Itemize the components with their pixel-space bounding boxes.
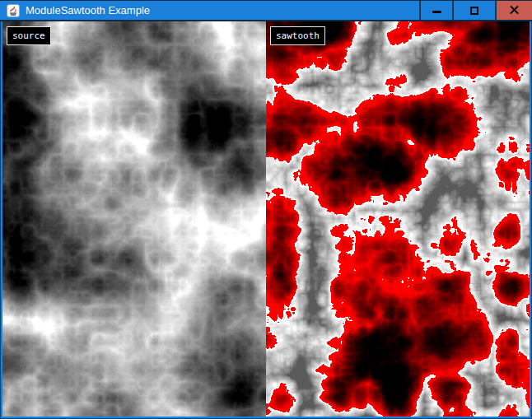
java-app-icon <box>7 4 20 17</box>
window-title: ModuleSawtooth Example <box>26 1 419 20</box>
sawtooth-noise-image <box>266 21 530 417</box>
source-panel: source <box>2 21 266 417</box>
source-label: source <box>7 26 51 45</box>
close-button[interactable] <box>495 1 532 20</box>
maximize-icon <box>470 7 478 15</box>
close-icon <box>509 5 520 16</box>
minimize-icon <box>432 11 441 13</box>
sawtooth-label: sawtooth <box>270 26 325 45</box>
render-area: source sawtooth <box>2 21 530 417</box>
minimize-button[interactable] <box>419 1 452 20</box>
window-controls <box>419 1 532 20</box>
sawtooth-panel: sawtooth <box>266 21 530 417</box>
titlebar[interactable]: ModuleSawtooth Example <box>0 0 532 21</box>
app-window: ModuleSawtooth Example source sawtooth <box>0 0 532 419</box>
maximize-button[interactable] <box>452 1 495 20</box>
source-noise-image <box>2 21 266 417</box>
